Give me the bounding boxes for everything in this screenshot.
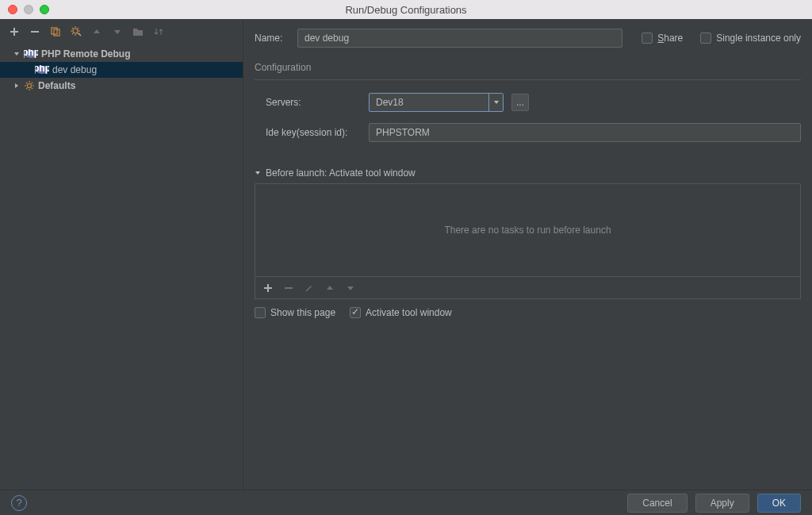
chevron-down-icon[interactable]	[488, 94, 503, 111]
config-tree: php PHP Remote Debug php dev debug Defau…	[0, 44, 243, 490]
php-icon: php	[35, 65, 49, 75]
svg-rect-9	[285, 287, 293, 289]
close-window-icon[interactable]	[8, 5, 17, 14]
before-launch-title: Before launch: Activate tool window	[266, 167, 416, 179]
svg-text:php: php	[35, 65, 49, 74]
help-button[interactable]: ?	[11, 495, 27, 511]
sidebar: php PHP Remote Debug php dev debug Defau…	[0, 19, 243, 490]
tree-defaults[interactable]: Defaults	[0, 78, 243, 94]
before-launch-header[interactable]: Before launch: Activate tool window	[255, 167, 801, 179]
tree-defaults-label: Defaults	[38, 80, 75, 91]
name-label: Name:	[255, 33, 288, 44]
main-panel: Name: Share Single instance only Configu…	[243, 19, 812, 490]
sort-button[interactable]	[152, 25, 165, 38]
servers-browse-button[interactable]: ...	[511, 94, 529, 111]
configuration-section-title: Configuration	[255, 62, 801, 73]
svg-text:php: php	[24, 49, 38, 58]
remove-task-button[interactable]	[282, 282, 295, 294]
folder-button[interactable]	[132, 25, 144, 38]
maximize-window-icon[interactable]	[40, 5, 49, 14]
tree-item-dev-debug[interactable]: php dev debug	[0, 62, 243, 78]
checkbox-icon	[700, 33, 711, 44]
window-controls	[0, 5, 49, 14]
titlebar: Run/Debug Configurations	[0, 0, 812, 19]
svg-point-8	[28, 84, 32, 88]
footer: ? Cancel Apply OK	[0, 490, 812, 515]
no-tasks-message: There are no tasks to run before launch	[444, 225, 611, 236]
servers-label: Servers:	[266, 97, 361, 108]
single-instance-label: Single instance only	[716, 33, 801, 44]
add-config-button[interactable]	[8, 25, 21, 38]
tree-category-label: PHP Remote Debug	[41, 48, 130, 60]
servers-value: Dev18	[370, 97, 488, 108]
chevron-right-icon	[13, 82, 21, 90]
add-task-button[interactable]	[262, 282, 274, 294]
servers-select[interactable]: Dev18	[369, 93, 504, 112]
share-checkbox[interactable]: Share	[642, 33, 683, 44]
gear-icon	[24, 80, 35, 91]
task-up-button[interactable]	[324, 282, 336, 294]
cancel-button[interactable]: Cancel	[627, 494, 687, 513]
edit-task-button[interactable]	[303, 282, 316, 294]
ok-button[interactable]: OK	[757, 494, 801, 513]
apply-button[interactable]: Apply	[695, 494, 749, 513]
move-down-button[interactable]	[111, 25, 124, 38]
ide-key-input[interactable]	[369, 123, 801, 142]
svg-rect-0	[31, 31, 39, 33]
activate-tool-checkbox[interactable]: Activate tool window	[350, 307, 452, 318]
divider	[255, 79, 801, 80]
chevron-down-icon	[255, 170, 261, 176]
share-label: Share	[657, 33, 683, 44]
checkbox-icon	[350, 307, 361, 318]
copy-config-button[interactable]	[49, 25, 62, 38]
edit-defaults-button[interactable]	[70, 25, 82, 38]
show-this-page-label: Show this page	[270, 307, 335, 318]
tree-category-php-remote[interactable]: php PHP Remote Debug	[0, 46, 243, 62]
show-this-page-checkbox[interactable]: Show this page	[255, 307, 335, 318]
activate-tool-label: Activate tool window	[366, 307, 452, 318]
checkbox-icon	[255, 307, 266, 318]
remove-config-button[interactable]	[29, 25, 41, 38]
minimize-window-icon[interactable]	[24, 5, 33, 14]
checkbox-icon	[642, 33, 653, 44]
before-launch-toolbar	[255, 277, 801, 299]
svg-point-3	[73, 29, 78, 33]
php-icon: php	[24, 49, 38, 59]
chevron-down-icon	[13, 50, 21, 58]
tree-item-label: dev debug	[52, 64, 97, 75]
sidebar-toolbar	[0, 19, 243, 44]
name-input[interactable]	[297, 29, 622, 48]
before-launch-tasks: There are no tasks to run before launch	[255, 183, 801, 277]
single-instance-checkbox[interactable]: Single instance only	[700, 33, 801, 44]
task-down-button[interactable]	[344, 282, 357, 294]
move-up-button[interactable]	[90, 25, 103, 38]
window-title: Run/Debug Configurations	[0, 4, 812, 16]
ide-key-label: Ide key(session id):	[266, 127, 361, 138]
